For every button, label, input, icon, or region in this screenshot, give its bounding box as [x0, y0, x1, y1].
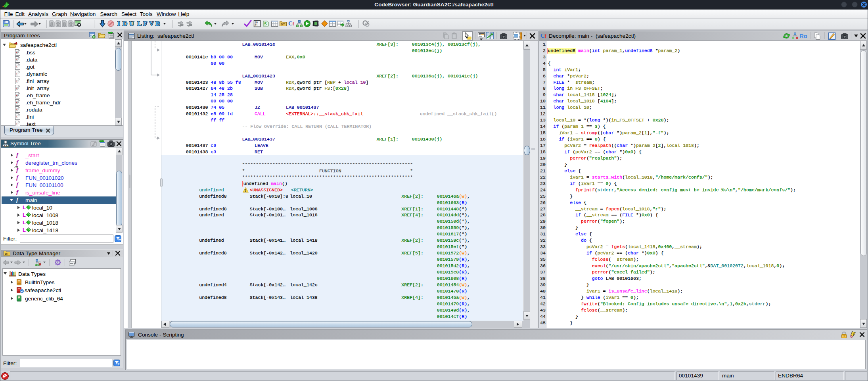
svg-text:F: F: [143, 20, 147, 27]
svg-text:B: B: [155, 20, 160, 27]
svg-text:U: U: [129, 20, 134, 27]
svg-text:01: 01: [255, 24, 258, 27]
svg-text:V: V: [149, 20, 154, 27]
svg-text:DT: DT: [5, 252, 9, 256]
svg-text:C: C: [57, 260, 59, 264]
svg-text:DT: DT: [281, 23, 285, 26]
svg-text:D: D: [123, 20, 127, 27]
svg-text:S: S: [264, 21, 267, 27]
svg-text:10: 10: [255, 21, 258, 24]
svg-text:I: I: [117, 20, 120, 27]
svg-text:L: L: [137, 20, 142, 27]
